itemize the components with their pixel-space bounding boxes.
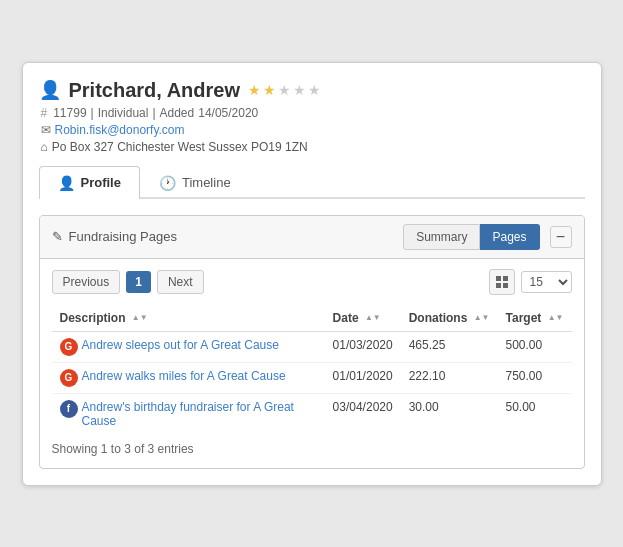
row2-donations: 222.10 [401, 362, 498, 393]
tab-profile-label: Profile [81, 175, 121, 190]
showing-entries-text: Showing 1 to 3 of 3 entries [52, 434, 572, 458]
hash-symbol: # [41, 106, 48, 120]
row3-platform-icon: f [60, 400, 78, 418]
edit-icon: ✎ [52, 229, 63, 244]
table-row: G Andrew walks miles for A Great Cause 0… [52, 362, 572, 393]
separator-pipe: | [91, 106, 94, 120]
email-row: ✉ Robin.fisk@donorfy.com [41, 123, 585, 137]
pagination-row: Previous 1 Next 15 25 50 100 [52, 269, 572, 295]
contact-name: Pritchard, Andrew [69, 79, 241, 102]
sort-arrows-desc: ▲▼ [132, 314, 148, 322]
star-3: ★ [278, 82, 291, 98]
star-1: ★ [248, 82, 261, 98]
row3-target: 50.00 [498, 393, 572, 434]
meta-info: # 11799 | Individual | Added 14/05/2020 [41, 106, 585, 120]
col-date: Date ▲▼ [325, 305, 401, 332]
tab-pages[interactable]: Pages [480, 224, 539, 250]
row2-target: 750.00 [498, 362, 572, 393]
row2-description: G Andrew walks miles for A Great Cause [52, 362, 325, 393]
email-link[interactable]: Robin.fisk@donorfy.com [55, 123, 185, 137]
contact-type: Individual [98, 106, 149, 120]
col-donations: Donations ▲▼ [401, 305, 498, 332]
row1-target: 500.00 [498, 331, 572, 362]
next-button[interactable]: Next [157, 270, 204, 294]
row3-desc-link[interactable]: Andrew's birthday fundraiser for A Great… [82, 400, 317, 428]
tab-profile[interactable]: 👤 Profile [39, 166, 140, 199]
added-date: 14/05/2020 [198, 106, 258, 120]
row1-donations: 465.25 [401, 331, 498, 362]
address-text: Po Box 327 Chichester West Sussex PO19 1… [52, 140, 308, 154]
svg-rect-0 [496, 276, 501, 281]
collapse-button[interactable]: − [550, 226, 572, 248]
row1-date: 01/03/2020 [325, 331, 401, 362]
sort-arrows-donations: ▲▼ [474, 314, 490, 322]
section-view-tabs: Summary Pages [403, 224, 539, 250]
col-description: Description ▲▼ [52, 305, 325, 332]
table-row: f Andrew's birthday fundraiser for A Gre… [52, 393, 572, 434]
star-5: ★ [308, 82, 321, 98]
tab-summary[interactable]: Summary [403, 224, 480, 250]
star-4: ★ [293, 82, 306, 98]
fundraising-table: Description ▲▼ Date ▲▼ Donations ▲▼ Ta [52, 305, 572, 434]
svg-rect-3 [503, 283, 508, 288]
contact-id: 11799 [53, 106, 86, 120]
section-header: ✎ Fundraising Pages Summary Pages − [40, 216, 584, 259]
main-card: 👤 Pritchard, Andrew ★ ★ ★ ★ ★ # 11799 | … [22, 62, 602, 486]
address-row: ⌂ Po Box 327 Chichester West Sussex PO19… [41, 140, 585, 154]
contact-header: 👤 Pritchard, Andrew ★ ★ ★ ★ ★ # 11799 | … [39, 79, 585, 154]
row2-desc-link[interactable]: Andrew walks miles for A Great Cause [82, 369, 286, 383]
section-title: ✎ Fundraising Pages [52, 229, 177, 244]
row1-desc-link[interactable]: Andrew sleeps out for A Great Cause [82, 338, 279, 352]
star-2: ★ [263, 82, 276, 98]
address-home-icon: ⌂ [41, 140, 48, 154]
person-icon: 👤 [39, 79, 61, 101]
previous-button[interactable]: Previous [52, 270, 121, 294]
fundraising-section: ✎ Fundraising Pages Summary Pages − Prev… [39, 215, 585, 469]
row3-date: 03/04/2020 [325, 393, 401, 434]
page-number[interactable]: 1 [126, 271, 151, 293]
tab-timeline-label: Timeline [182, 175, 231, 190]
name-row: 👤 Pritchard, Andrew ★ ★ ★ ★ ★ [39, 79, 585, 102]
col-target: Target ▲▼ [498, 305, 572, 332]
timeline-tab-icon: 🕐 [159, 175, 176, 191]
row3-donations: 30.00 [401, 393, 498, 434]
grid-view-button[interactable] [489, 269, 515, 295]
row1-description: G Andrew sleeps out for A Great Cause [52, 331, 325, 362]
separator-pipe2: | [152, 106, 155, 120]
svg-rect-2 [496, 283, 501, 288]
svg-rect-1 [503, 276, 508, 281]
email-icon: ✉ [41, 123, 51, 137]
star-rating: ★ ★ ★ ★ ★ [248, 82, 321, 98]
per-page-select[interactable]: 15 25 50 100 [521, 271, 572, 293]
profile-tab-icon: 👤 [58, 175, 75, 191]
row2-platform-icon: G [60, 369, 78, 387]
main-tabs: 👤 Profile 🕐 Timeline [39, 166, 585, 199]
row1-platform-icon: G [60, 338, 78, 356]
tab-timeline[interactable]: 🕐 Timeline [140, 166, 250, 199]
sort-arrows-target: ▲▼ [548, 314, 564, 322]
sort-arrows-date: ▲▼ [365, 314, 381, 322]
added-label: Added [160, 106, 195, 120]
section-content: Previous 1 Next 15 25 50 100 [40, 259, 584, 468]
section-title-text: Fundraising Pages [69, 229, 177, 244]
row3-description: f Andrew's birthday fundraiser for A Gre… [52, 393, 325, 434]
row2-date: 01/01/2020 [325, 362, 401, 393]
table-row: G Andrew sleeps out for A Great Cause 01… [52, 331, 572, 362]
